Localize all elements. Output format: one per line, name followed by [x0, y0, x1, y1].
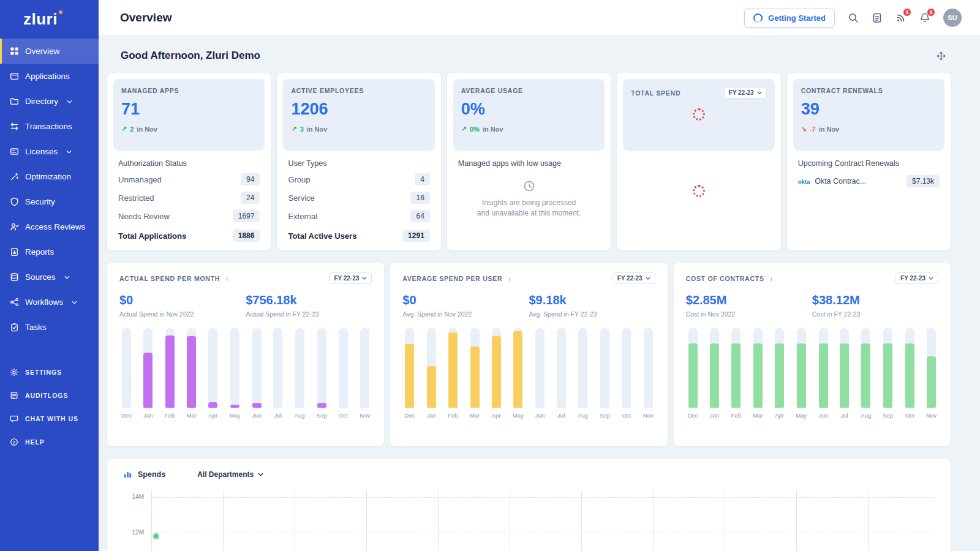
clipboard-check-icon	[9, 323, 19, 332]
total-spend-card: TOTAL SPEND FY 22-23	[617, 73, 780, 250]
apps-window-icon	[9, 72, 19, 81]
content: Good Afternoon, Zluri Demo MANAGED APPS …	[99, 36, 980, 551]
sidebar-item-chat-with-us[interactable]: CHAT WITH US	[0, 407, 99, 430]
bar-column: Aug	[295, 328, 305, 419]
bar-column: Nov	[643, 328, 654, 419]
bar-column: Apr	[208, 328, 217, 419]
bar-column: Jun	[535, 328, 545, 419]
actual-spend-per-month-card: ACTUAL SPEND PER MONTH i FY 22-23 $0 Act…	[107, 263, 384, 446]
bar-column: Apr	[775, 328, 784, 419]
sidebar-item-directory[interactable]: Directory	[0, 89, 99, 114]
card-title: ACTIVE EMPLOYEES	[291, 87, 426, 94]
renewal-amount-badge: $7.13k	[907, 175, 940, 187]
sidebar-item-transactions[interactable]: Transactions	[0, 114, 99, 139]
sidebar-item-settings[interactable]: SETTINGS	[0, 361, 99, 384]
row-label: External	[288, 212, 317, 221]
search-icon[interactable]	[848, 12, 859, 23]
bar-column: Dec	[404, 328, 415, 419]
fy-filter-select[interactable]: FY 22-23	[612, 272, 655, 284]
bar-column: May	[229, 328, 240, 419]
sidebar-item-auditlogs[interactable]: AUDITLOGS	[0, 384, 99, 407]
topbar-actions: Getting Started 1 1 SU	[744, 9, 962, 28]
fy-filter-select[interactable]: FY 22-23	[329, 272, 372, 284]
sidebar-item-help[interactable]: ? HELP	[0, 430, 99, 454]
managed-apps-card: MANAGED APPS 71 ↗ 2 in Nov Authorization…	[107, 73, 271, 250]
section-title: User Types	[288, 159, 429, 168]
sidebar-item-workflows[interactable]: Workflows	[0, 290, 99, 315]
sidebar-item-access-reviews[interactable]: Access Reviews	[0, 214, 99, 239]
sidebar-item-tasks[interactable]: Tasks	[0, 315, 99, 340]
info-icon[interactable]: i	[508, 275, 510, 282]
sidebar-item-licenses[interactable]: Licenses	[0, 139, 99, 164]
renewal-list-item[interactable]: okta Okta Contrac... $7.13k	[798, 170, 940, 192]
sidebar-item-overview[interactable]: Overview	[0, 39, 99, 64]
metric-label: Avg. Spend in Nov 2022	[402, 310, 529, 318]
zluri-logo[interactable]: zluri	[0, 0, 99, 39]
row-label: Restricted	[118, 193, 154, 203]
sidebar-item-label: AUDITLOGS	[25, 392, 68, 399]
row-label: Service	[288, 193, 314, 203]
sidebar-item-reports[interactable]: Reports	[0, 239, 99, 264]
card-title: TOTAL SPEND	[631, 89, 680, 97]
metric-value: $9.18k	[529, 293, 655, 307]
getting-started-button[interactable]: Getting Started	[744, 9, 835, 28]
bar-column: Dec	[121, 328, 132, 419]
bar-column: Jul	[273, 328, 282, 419]
bar-column: May	[796, 328, 807, 419]
row-value-badge: 4	[415, 173, 430, 186]
app-root: zluri Overview Applications Directory Tr…	[0, 0, 980, 551]
page-title: Overview	[120, 11, 172, 24]
clipboard-icon[interactable]	[872, 12, 883, 23]
metric-value: $0	[119, 293, 246, 307]
bar-column: Sep	[883, 328, 894, 419]
okta-logo: okta	[798, 178, 810, 185]
bell-badge: 1	[927, 8, 935, 17]
report-doc-icon	[9, 247, 19, 257]
trend-value: -7	[810, 126, 816, 133]
folder-icon	[9, 97, 19, 107]
row-label: Unmanaged	[118, 175, 162, 184]
move-cursor-icon[interactable]	[937, 51, 946, 61]
database-icon	[9, 272, 19, 282]
gridline	[151, 497, 935, 498]
sidebar-item-label: CHAT WITH US	[25, 415, 78, 422]
managed-apps-summary: MANAGED APPS 71 ↗ 2 in Nov	[113, 79, 265, 151]
chevron-down-icon	[362, 277, 367, 280]
department-filter-select[interactable]: All Departments	[197, 470, 263, 479]
total-value-badge: 1291	[402, 230, 430, 242]
bar-column: Jan	[710, 328, 719, 419]
sidebar: zluri Overview Applications Directory Tr…	[0, 0, 99, 551]
bar-column: Nov	[360, 328, 370, 419]
greeting-row: Good Afternoon, Zluri Demo	[121, 50, 946, 62]
row-value-badge: 16	[410, 192, 429, 204]
avatar[interactable]: SU	[943, 9, 962, 27]
fy-filter-select[interactable]: FY 22-23	[724, 87, 767, 99]
fy-label: FY 22-23	[729, 89, 754, 96]
series-start-dot	[154, 534, 159, 539]
help-circle-icon: ?	[9, 437, 19, 447]
chevron-down-icon	[72, 301, 77, 304]
sidebar-item-label: HELP	[25, 438, 45, 446]
sidebar-item-sources[interactable]: Sources	[0, 264, 99, 290]
info-icon[interactable]: i	[771, 275, 772, 282]
bar-column: Feb	[731, 328, 741, 419]
sidebar-item-optimization[interactable]: Optimization	[0, 164, 99, 189]
chevron-down-icon	[66, 150, 72, 154]
info-icon[interactable]: i	[226, 275, 228, 282]
total-value-badge: 1886	[233, 230, 260, 242]
total-label: Total Active Users	[288, 231, 356, 241]
sidebar-item-applications[interactable]: Applications	[0, 64, 99, 89]
metric-label: Cost in FY 22-23	[812, 310, 938, 318]
sidebar-item-label: Optimization	[25, 172, 71, 181]
monthly-bar-chart: DecJanFebMarAprMayJunJulAugSepOctNov	[402, 328, 655, 419]
spends-title: Spends	[138, 470, 165, 479]
list-item: Service 16	[288, 189, 429, 207]
bar-column: Apr	[492, 328, 501, 419]
sidebar-item-security[interactable]: Security	[0, 189, 99, 214]
bell-icon[interactable]: 1	[919, 12, 930, 23]
total-row: Total Applications 1886	[118, 227, 260, 243]
broadcast-icon[interactable]: 1	[895, 12, 907, 23]
progress-ring-icon	[753, 13, 763, 23]
bar-column: Aug	[861, 328, 871, 419]
fy-filter-select[interactable]: FY 22-23	[895, 272, 938, 284]
